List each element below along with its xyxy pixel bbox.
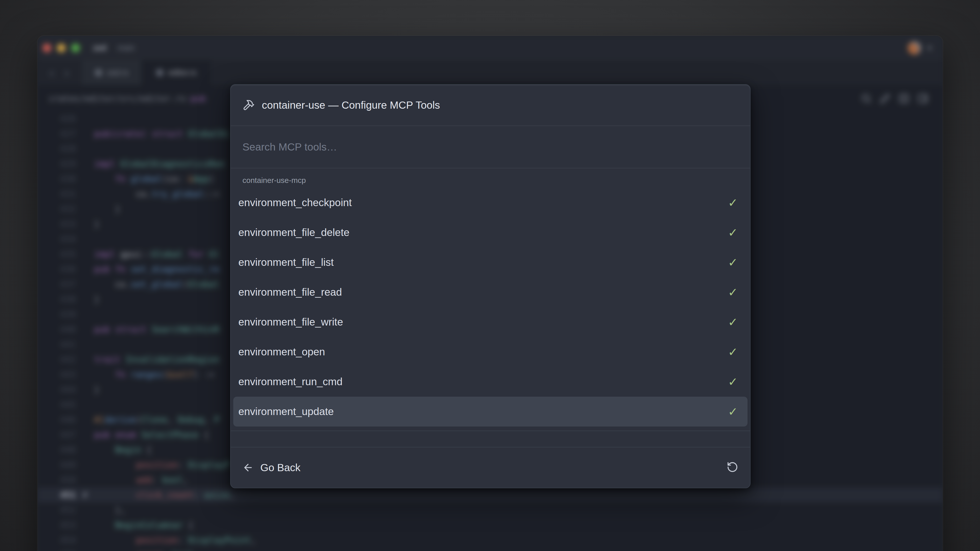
gutter-marker [76, 277, 94, 292]
gutter-marker [76, 126, 94, 141]
gutter-marker [76, 518, 94, 533]
configure-mcp-tools-modal: container-use — Configure MCP Tools cont… [230, 84, 751, 488]
tab-bar: ‹ › zed.rseditor.rs [38, 60, 943, 86]
pencil-icon[interactable] [880, 93, 891, 104]
tool-row-environment_run_cmd[interactable]: environment_run_cmd✓ [233, 367, 748, 397]
line-number: 439 [38, 307, 76, 322]
tool-row-environment_file_read[interactable]: environment_file_read✓ [233, 277, 748, 307]
line-number: 430 [38, 171, 76, 186]
reset-tools-button[interactable] [727, 461, 738, 474]
search-row [231, 126, 750, 168]
tool-name: environment_file_read [239, 286, 342, 298]
checkmark-icon: ✓ [728, 226, 738, 240]
checkmark-icon: ✓ [728, 345, 738, 359]
line-number: 432 [38, 202, 76, 217]
code-line[interactable]: 453 BeginColumnar { [38, 518, 943, 533]
line-number: 435 [38, 247, 76, 262]
tool-row-environment_open[interactable]: environment_open✓ [233, 337, 748, 367]
search-input[interactable] [242, 141, 738, 153]
project-name-label[interactable]: zed [93, 43, 107, 52]
gutter-marker [76, 427, 94, 442]
go-back-button[interactable]: Go Back [242, 462, 301, 474]
file-type-icon [156, 69, 164, 76]
zoom-window-button[interactable] [71, 44, 80, 52]
file-type-icon [95, 69, 102, 76]
line-number: 433 [38, 217, 76, 232]
gutter-marker [76, 548, 94, 551]
gutter-marker [76, 307, 94, 322]
tool-row-environment_checkpoint[interactable]: environment_checkpoint✓ [233, 188, 748, 218]
minimize-window-button[interactable] [57, 44, 65, 52]
gutter-marker [76, 457, 94, 472]
code-text: position: DisplayPoint, [94, 533, 943, 548]
gutter-marker [76, 262, 94, 277]
tab-label: zed.rs [107, 68, 128, 77]
desktop-background: zed main ▾ ‹ › zed.rseditor.rs crates/ed… [0, 0, 980, 551]
tool-row-environment_file_write[interactable]: environment_file_write✓ [233, 307, 748, 337]
line-number: 436 [38, 262, 76, 277]
tool-name: environment_run_cmd [239, 376, 342, 388]
gutter-marker [76, 171, 94, 186]
line-number: 455 [38, 548, 76, 551]
gutter-marker [76, 202, 94, 217]
checkmark-icon: ✓ [728, 375, 738, 389]
line-number: 448 [38, 442, 76, 457]
gutter-marker [76, 156, 94, 171]
breadcrumb-path: crates/editor/src/editor.rs [49, 94, 186, 103]
line-number: 438 [38, 292, 76, 307]
search-icon[interactable] [861, 93, 872, 104]
split-pane-icon[interactable] [898, 93, 910, 104]
hammer-icon [242, 99, 255, 111]
line-number: 429 [38, 156, 76, 171]
tab-editor.rs[interactable]: editor.rs [142, 60, 210, 85]
gutter-marker [76, 322, 94, 337]
code-line[interactable]: 454 position: DisplayPoint, [38, 533, 943, 548]
checkmark-icon: ✓ [728, 196, 738, 210]
code-line[interactable]: 451# click_count: usize, [38, 487, 943, 503]
tool-row-environment_update[interactable]: environment_update✓ [233, 397, 748, 427]
chevron-down-icon[interactable]: ▾ [928, 43, 932, 52]
close-window-button[interactable] [43, 44, 51, 52]
tab-zed.rs[interactable]: zed.rs [81, 60, 142, 85]
titlebar[interactable]: zed main ▾ [38, 36, 943, 60]
tool-name: environment_checkpoint [239, 197, 352, 209]
gutter-marker [76, 382, 94, 397]
gutter-marker [76, 292, 94, 307]
gutter-marker [76, 442, 94, 457]
nav-back-icon[interactable]: ‹ [50, 66, 54, 79]
line-number: 451 [38, 487, 76, 503]
line-number: 441 [38, 337, 76, 352]
tab-label: editor.rs [168, 68, 196, 77]
code-text: reset: bool, [94, 548, 943, 551]
tool-row-environment_file_list[interactable]: environment_file_list✓ [233, 248, 748, 277]
checkmark-icon: ✓ [728, 315, 738, 329]
go-back-label: Go Back [260, 462, 301, 474]
line-number: 445 [38, 397, 76, 412]
gutter-marker [76, 503, 94, 518]
rotate-ccw-icon [727, 461, 738, 473]
git-branch-label[interactable]: main [118, 43, 135, 52]
modal-header: container-use — Configure MCP Tools [231, 85, 750, 125]
code-text: BeginColumnar { [94, 518, 943, 533]
code-text: }, [94, 503, 943, 518]
nav-forward-icon[interactable]: › [65, 66, 68, 79]
gutter-marker [76, 352, 94, 367]
breadcrumb-symbol: pub [191, 94, 206, 103]
code-line[interactable]: 452 }, [38, 503, 943, 518]
modal-footer: Go Back [231, 448, 750, 488]
tool-list: environment_checkpoint✓environment_file_… [231, 188, 750, 430]
line-number: 427 [38, 126, 76, 141]
line-number: 428 [38, 141, 76, 156]
checkmark-icon: ✓ [728, 256, 738, 269]
line-number: 453 [38, 518, 76, 533]
checkmark-icon: ✓ [728, 286, 738, 299]
gutter-marker [76, 111, 94, 126]
tool-row-environment_file_delete[interactable]: environment_file_delete✓ [233, 218, 748, 248]
gutter-marker [76, 232, 94, 247]
user-avatar[interactable] [908, 41, 921, 55]
panel-icon[interactable] [917, 93, 928, 104]
modal-title: container-use — Configure MCP Tools [262, 99, 440, 111]
code-line[interactable]: 455 reset: bool, [38, 548, 943, 551]
server-section-label: container-use-mcp [231, 168, 750, 188]
line-number: 446 [38, 412, 76, 427]
